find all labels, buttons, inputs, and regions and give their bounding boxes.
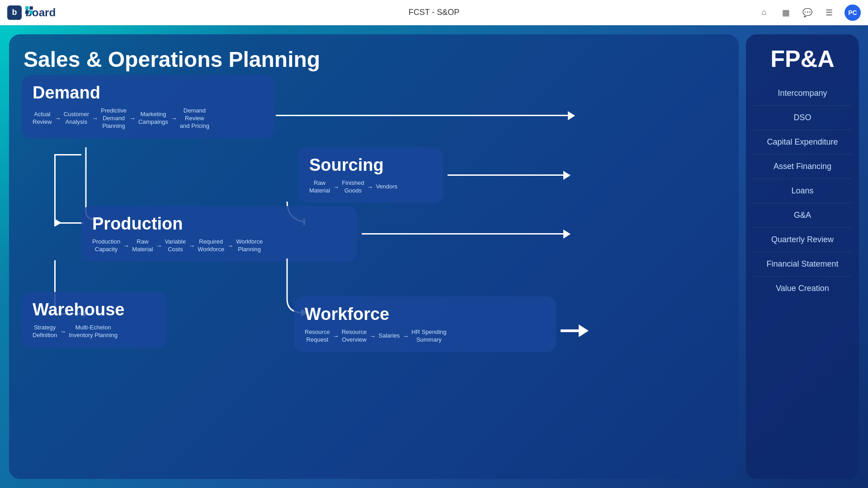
prod-arrow-tip <box>54 222 56 224</box>
arrow-4: → <box>171 115 177 122</box>
fpa-item-value-creation[interactable]: Value Creation <box>753 277 852 300</box>
arrow-s1: → <box>333 183 339 191</box>
flow-item-predictive[interactable]: PredictiveDemandPlanning <box>101 107 127 130</box>
flow-item-raw-material[interactable]: RawMaterial <box>309 179 330 195</box>
flow-item-prod-raw[interactable]: RawMaterial <box>132 238 153 253</box>
workforce-title: Workforce <box>305 305 545 324</box>
arrow-3: → <box>129 115 136 122</box>
fpa-item-financial-statement[interactable]: Financial Statement <box>753 252 852 277</box>
demand-title: Demand <box>33 83 264 103</box>
home-icon[interactable]: ⌂ <box>758 6 770 19</box>
flow-item-hr-spending[interactable]: HR SpendingSummary <box>411 328 446 344</box>
arrow-wf3: → <box>402 333 409 340</box>
board-b-logo: b <box>7 5 22 20</box>
fpa-item-intercompany[interactable]: Intercompany <box>753 81 852 106</box>
arrow-p3: → <box>189 242 195 249</box>
grid-icon[interactable]: ▦ <box>779 6 792 19</box>
demand-flow: ActualReview → CustomerAnalysis → Predic… <box>33 107 264 130</box>
navbar-icons: ⌂ ▦ 💬 ☰ PC <box>758 5 861 21</box>
arrow-p4: → <box>227 242 233 249</box>
fpa-item-asset-financing[interactable]: Asset Financing <box>753 155 852 179</box>
production-box: Production ProductionCapacity → RawMater… <box>81 206 357 262</box>
logo-area: b board <box>7 5 67 20</box>
svg-rect-2 <box>29 6 33 9</box>
sourcing-box: Sourcing RawMaterial → FinishedGoods → V… <box>298 147 443 203</box>
arrow-workforce-right <box>561 324 589 337</box>
svg-rect-3 <box>25 10 28 14</box>
svg-rect-1 <box>25 6 28 9</box>
menu-icon[interactable]: ☰ <box>823 6 835 19</box>
sourcing-flow: RawMaterial → FinishedGoods → Vendors <box>309 179 432 195</box>
arrow-w1: → <box>60 328 66 335</box>
fpa-item-loans[interactable]: Loans <box>753 179 852 203</box>
fpa-item-capex[interactable]: Capital Expenditure <box>753 130 852 155</box>
main-content: Sales & Operations Planning Demand Actua… <box>0 25 868 488</box>
svg-rect-4 <box>29 10 33 14</box>
fpa-item-quarterly-review[interactable]: Quarterly Review <box>753 228 852 252</box>
navbar: b board FCST - S&OP ⌂ ▦ 💬 ☰ PC <box>0 0 868 25</box>
arrow-production-right <box>362 233 570 235</box>
fpa-title: FP&A <box>753 45 852 72</box>
flow-item-multi-echelon[interactable]: Multi-EchelonInventory Planning <box>69 324 118 339</box>
flow-item-resource-req[interactable]: ResourceRequest <box>305 328 330 344</box>
arrow-demand-right <box>276 115 574 116</box>
sop-area: Sales & Operations Planning Demand Actua… <box>9 34 739 479</box>
flow-item-vendors[interactable]: Vendors <box>376 183 397 191</box>
production-title: Production <box>92 214 346 234</box>
arrow-sourcing-right <box>448 174 570 176</box>
flow-item-required-workforce[interactable]: RequiredWorkforce <box>198 238 224 253</box>
board-logo-text: board <box>25 6 67 19</box>
arrow-wf2: → <box>369 333 376 340</box>
production-flow: ProductionCapacity → RawMaterial → Varia… <box>92 238 346 253</box>
warehouse-flow: StrategyDefinition → Multi-EchelonInvent… <box>33 324 156 339</box>
flow-item-strategy-def[interactable]: StrategyDefinition <box>33 324 57 339</box>
sourcing-title: Sourcing <box>309 155 432 175</box>
h-line-demand-to-down <box>54 154 81 155</box>
arrow-2: → <box>92 115 98 122</box>
arrow-s2: → <box>367 183 373 191</box>
chat-icon[interactable]: 💬 <box>801 6 814 19</box>
flow-item-resource-ov[interactable]: ResourceOverview <box>342 328 367 344</box>
fpa-item-gna[interactable]: G&A <box>753 203 852 228</box>
demand-box: Demand ActualReview → CustomerAnalysis →… <box>22 75 275 138</box>
sop-title: Sales & Operations Planning <box>24 47 724 72</box>
warehouse-box: Warehouse StrategyDefinition → Multi-Ech… <box>22 292 166 347</box>
navbar-title: FCST - S&OP <box>409 8 460 17</box>
flow-item-marketing[interactable]: MarketingCampaings <box>138 111 168 126</box>
flow-item-customer-analysis[interactable]: CustomerAnalysis <box>64 111 89 126</box>
fpa-item-dso[interactable]: DSO <box>753 106 852 130</box>
flow-item-finished-goods[interactable]: FinishedGoods <box>342 179 364 195</box>
flow-item-demand-review[interactable]: DemandReviewand Pricing <box>180 107 209 130</box>
arrow-p1: → <box>123 242 129 249</box>
fpa-sidebar: FP&A Intercompany DSO Capital Expenditur… <box>746 34 859 479</box>
flow-item-prod-capacity[interactable]: ProductionCapacity <box>92 238 120 253</box>
warehouse-title: Warehouse <box>33 300 156 319</box>
flow-item-workforce-planning[interactable]: WorkforcePlanning <box>236 238 263 253</box>
arrow-wf1: → <box>333 333 339 340</box>
board-logo-svg: board <box>25 6 67 19</box>
avatar[interactable]: PC <box>844 5 861 21</box>
flow-item-actual-review[interactable]: ActualReview <box>33 111 52 126</box>
arrow-1: → <box>55 115 61 122</box>
flow-item-salaries[interactable]: Salaries <box>378 332 400 340</box>
arrow-p2: → <box>156 242 162 249</box>
flow-item-variable-costs[interactable]: VariableCosts <box>165 238 186 253</box>
vertical-line-demand-prod <box>54 154 56 226</box>
workforce-box: Workforce ResourceRequest → ResourceOver… <box>294 296 556 352</box>
workforce-flow: ResourceRequest → ResourceOverview → Sal… <box>305 328 545 344</box>
